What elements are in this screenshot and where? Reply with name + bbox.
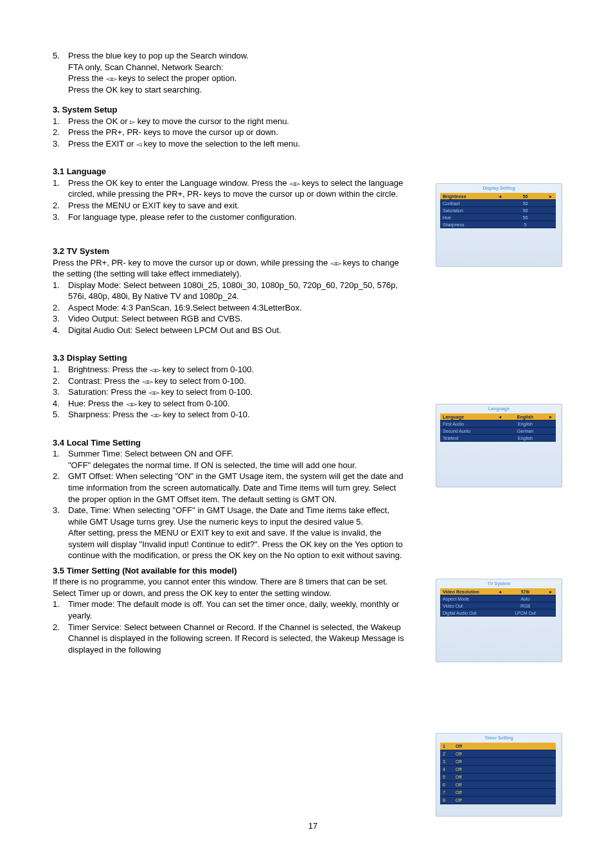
list-num: 1. xyxy=(53,116,68,127)
menu-row: Aspect ModeAuto xyxy=(440,595,556,602)
list-item: 2.Aspect Mode: 4:3 PanScan, 16:9.Select … xyxy=(53,302,407,314)
list-text: Contrast: Press the key to select from 0… xyxy=(68,375,407,387)
list-num: 2. xyxy=(53,622,68,656)
list-text: Timer mode: The default mode is off. You… xyxy=(68,599,407,621)
menu-row: Language◄English► xyxy=(440,413,556,420)
main-column: 5. Press the blue key to pop up the Sear… xyxy=(53,50,407,655)
text: Press the blue key to pop up the Search … xyxy=(68,51,249,60)
list-num: 1. xyxy=(53,448,68,471)
menu-row: Video OutRGB xyxy=(440,602,556,610)
left-right-icon xyxy=(148,387,159,397)
list-text: Date, Time: When selecting "OFF" in GMT … xyxy=(68,505,407,561)
list-num: 2. xyxy=(53,127,68,138)
left-right-icon xyxy=(150,365,160,374)
section-heading: 3. System Setup xyxy=(53,104,407,116)
section-heading: 3.5 Timer Setting (Not available for thi… xyxy=(53,565,407,577)
list-text: Summer Time: Select between ON and OFF."… xyxy=(68,448,407,471)
list-text: Video Output: Select between RGB and CVB… xyxy=(68,313,407,325)
list-text: Press the OK key to enter the Language w… xyxy=(68,177,407,200)
numbered-list: 1.Timer mode: The default mode is off. Y… xyxy=(53,599,407,655)
list-text: Digital Audio Out: Select between LPCM O… xyxy=(68,325,407,336)
list-num: 1. xyxy=(53,599,68,621)
list-item: 2.GMT Offset: When selecting "ON" in the… xyxy=(53,471,407,505)
screenshot-title: Timer Setting xyxy=(436,734,562,741)
left-right-icon xyxy=(106,73,116,83)
list-text: GMT Offset: When selecting "ON" in the G… xyxy=(68,471,407,505)
screenshot-language: Language Language◄English►First AudioEng… xyxy=(436,404,562,487)
menu-row: Contrast50 xyxy=(440,200,556,207)
list-text: Saturation: Press the key to select from… xyxy=(68,386,407,398)
menu-row: 6Off xyxy=(440,781,556,789)
menu-row: Brightness◄50► xyxy=(440,193,556,200)
list-text: Hue: Press the key to select from 0-100. xyxy=(68,398,407,410)
menu-row: Sharpness5 xyxy=(440,221,556,228)
menu-row: Second AudioGerman xyxy=(440,428,556,435)
lead-text: Select Timer up or down, and press the O… xyxy=(53,588,407,599)
menu-row: 7Off xyxy=(440,789,556,797)
section-heading: 3.1 Language xyxy=(53,166,407,177)
right-icon xyxy=(130,116,135,126)
left-icon xyxy=(136,139,141,149)
list-num: 2. xyxy=(53,471,68,505)
list-num: 3. xyxy=(53,138,68,150)
list-num: 3. xyxy=(53,505,68,561)
text: FTA only, Scan Channel, Network Search: xyxy=(68,62,224,72)
list-item: 3.Saturation: Press the key to select fr… xyxy=(53,386,407,398)
list-text: Brightness: Press the key to select from… xyxy=(68,364,407,375)
screenshot-timer-setting: Timer Setting 1Off2Off3Off4Off5Off6Off7O… xyxy=(436,733,562,817)
left-right-icon xyxy=(142,376,152,386)
list-num: 4. xyxy=(53,398,68,410)
menu-row: 2Off xyxy=(440,750,556,758)
list-text: Press the OK or key to move the cursor t… xyxy=(68,116,407,127)
list-text: Press the EXIT or key to move the select… xyxy=(68,138,407,150)
list-item: 1.Press the OK key to enter the Language… xyxy=(53,177,407,200)
list-num: 3. xyxy=(53,386,68,398)
left-right-icon xyxy=(150,410,161,419)
list-item: 2.Press the MENU or EXIT key to save and… xyxy=(53,200,407,212)
text: Press the xyxy=(68,73,106,83)
numbered-list: 1.Summer Time: Select between ON and OFF… xyxy=(53,448,407,561)
list-item: 1.Press the OK or key to move the cursor… xyxy=(53,116,407,127)
list-item: 3.Date, Time: When selecting "OFF" in GM… xyxy=(53,505,407,561)
menu-row: Digital Audio OutLPCM Out xyxy=(440,610,556,617)
list-item: 3.For language type, please refer to the… xyxy=(53,212,407,223)
list-item: 1.Summer Time: Select between ON and OFF… xyxy=(53,448,407,471)
menu-row: 4Off xyxy=(440,766,556,773)
section-heading: 3.4 Local Time Setting xyxy=(53,437,407,449)
list-num: 2. xyxy=(53,302,68,314)
screenshot-tv-system: TV System Video Resolution◄576i►Aspect M… xyxy=(436,579,562,662)
numbered-list: 1.Press the OK key to enter the Language… xyxy=(53,177,407,222)
list-text: Timer Service: Select between Channel or… xyxy=(68,622,407,656)
list-item: 2.Contrast: Press the key to select from… xyxy=(53,375,407,387)
list-text: Press the PR+, PR- keys to move the curs… xyxy=(68,127,407,138)
lead-text: Press the PR+, PR- key to move the curso… xyxy=(53,257,407,280)
list-item: 2.Timer Service: Select between Channel … xyxy=(53,622,407,656)
list-num: 5. xyxy=(53,409,68,420)
section-heading: 3.2 TV System xyxy=(53,246,407,257)
numbered-list: 1.Press the OK or key to move the cursor… xyxy=(53,116,407,150)
list-text: Aspect Mode: 4:3 PanScan, 16:9.Select be… xyxy=(68,302,407,314)
text: keys to select the proper option. xyxy=(116,73,237,83)
list-num: 3. xyxy=(53,313,68,325)
screenshot-title: TV System xyxy=(436,579,562,587)
list-text: For language type, please refer to the c… xyxy=(68,212,407,223)
menu-row: 1Off xyxy=(440,743,556,750)
screenshot-display-setting: Display Setting Brightness◄50►Contrast50… xyxy=(436,183,562,267)
list-num: 1. xyxy=(53,364,68,375)
list-num: 3. xyxy=(53,212,68,223)
menu-row: First AudioEnglish xyxy=(440,420,556,428)
list-item: 1.Brightness: Press the key to select fr… xyxy=(53,364,407,375)
numbered-list: 1.Display Mode: Select between 1080i_25,… xyxy=(53,280,407,336)
list-num: 1. xyxy=(53,177,68,200)
left-right-icon xyxy=(289,178,299,188)
list-item: 1.Display Mode: Select between 1080i_25,… xyxy=(53,280,407,302)
screenshot-title: Language xyxy=(436,404,562,412)
list-num: 1. xyxy=(53,280,68,302)
menu-row: 8Off xyxy=(440,797,556,804)
menu-row: Hue50 xyxy=(440,214,556,221)
menu-row: 3Off xyxy=(440,758,556,766)
list-item: 4.Hue: Press the key to select from 0-10… xyxy=(53,398,407,410)
list-text: Sharpness: Press the key to select from … xyxy=(68,409,407,420)
intro-list: 5. Press the blue key to pop up the Sear… xyxy=(53,50,407,95)
menu-row: TeletextEnglish xyxy=(440,435,556,442)
